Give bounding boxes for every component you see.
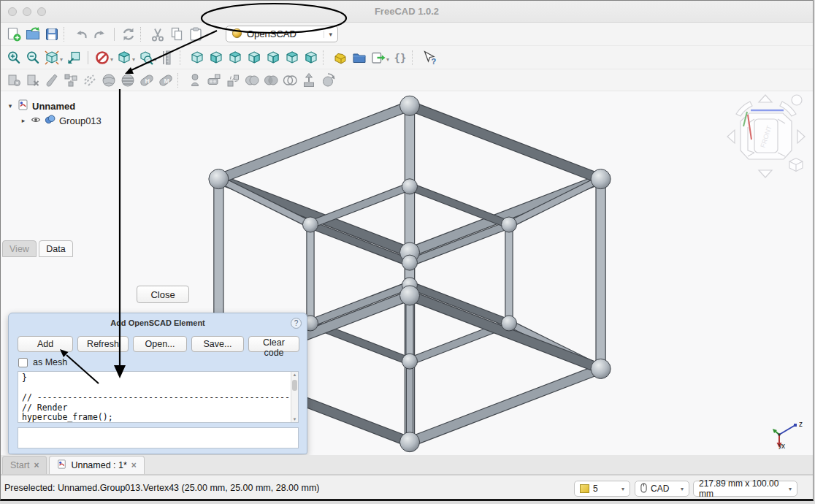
color-code-shape-icon[interactable] <box>99 72 118 89</box>
top-view-circle-button <box>792 95 802 105</box>
mirror-mesh-icon[interactable] <box>118 72 137 89</box>
revolve-icon[interactable] <box>318 72 337 89</box>
redo-icon[interactable] <box>91 26 110 43</box>
explode-group-icon[interactable] <box>223 72 242 89</box>
chevron-down-icon[interactable]: ▾ <box>60 56 63 63</box>
refresh-button[interactable]: Refresh <box>77 336 129 352</box>
tab-unnamed[interactable]: Unnamed : 1* × <box>49 456 144 474</box>
expand-arrow-icon[interactable]: ▾ <box>7 102 14 110</box>
chevron-down-icon[interactable]: ▾ <box>132 56 135 63</box>
close-tab-icon[interactable]: × <box>34 460 39 470</box>
paste-icon[interactable] <box>186 26 205 43</box>
zoom-box-icon[interactable] <box>137 49 156 66</box>
scale-mesh-icon[interactable] <box>185 72 204 89</box>
measure-icon[interactable] <box>158 49 177 66</box>
chevron-down-icon[interactable]: ▾ <box>110 56 113 63</box>
save-document-icon[interactable] <box>42 26 61 43</box>
scroll-down-icon[interactable]: ▼ <box>291 417 298 421</box>
render-quality-selector[interactable]: 5 ▾ <box>574 481 630 497</box>
view-axonometric-icon[interactable] <box>188 49 207 66</box>
axis-x-label: x <box>781 442 785 449</box>
dimension-selector[interactable]: 217.89 mm x 100.00 mm ▾ <box>693 481 797 497</box>
close-task-button[interactable]: Close <box>137 286 189 303</box>
view-front-icon[interactable] <box>207 49 226 66</box>
increase-tolerance-icon[interactable] <box>80 72 99 89</box>
open-document-icon[interactable] <box>23 26 42 43</box>
refresh-icon[interactable] <box>119 26 138 43</box>
save-button[interactable]: Save... <box>191 336 244 352</box>
zoom-selection-icon[interactable] <box>64 49 83 66</box>
fit-all-icon[interactable] <box>42 49 61 66</box>
tab-data[interactable]: Data <box>39 240 72 257</box>
hull-icon[interactable]: H <box>137 72 156 89</box>
help-button[interactable]: ? <box>291 318 302 329</box>
add-button[interactable]: Add <box>18 336 73 352</box>
zoom-in-icon[interactable] <box>4 49 23 66</box>
3d-viewport[interactable]: FRONT z x y ▾ Unnamed <box>1 91 813 455</box>
view-right-icon[interactable] <box>245 49 264 66</box>
chevron-down-icon[interactable]: ▾ <box>154 56 157 63</box>
model-tree: ▾ Unnamed ▸ Group013 <box>1 99 147 128</box>
extrude-icon[interactable] <box>299 72 318 89</box>
boolean-intersection-icon[interactable] <box>261 72 280 89</box>
secondary-text-area[interactable] <box>18 427 299 448</box>
combo-view-tabs: View Data <box>2 240 73 257</box>
editor-scrollbar[interactable]: ▲ ▼ <box>291 372 298 422</box>
expand-placements-icon[interactable] <box>61 72 80 89</box>
boolean-union-icon[interactable] <box>242 72 261 89</box>
code-line: hypercube_frame(); <box>22 413 294 423</box>
edit-parameters-icon[interactable]: {} <box>391 49 410 66</box>
zoom-out-icon[interactable] <box>23 49 42 66</box>
axis-z-label: z <box>799 420 803 428</box>
view-top-icon[interactable] <box>226 49 245 66</box>
part-workbench-icon[interactable] <box>331 49 350 66</box>
resize-mesh-icon[interactable] <box>204 72 223 89</box>
tab-view[interactable]: View <box>2 240 37 257</box>
scroll-up-icon[interactable]: ▲ <box>291 373 298 377</box>
refine-shape-icon[interactable] <box>42 72 61 89</box>
open-button[interactable]: Open... <box>133 336 187 352</box>
view-left-icon[interactable] <box>302 49 321 66</box>
close-tab-icon[interactable]: × <box>131 460 137 470</box>
boolean-difference-icon[interactable] <box>280 72 299 89</box>
view-isometric-icon[interactable] <box>115 49 134 66</box>
code-editor[interactable]: } // -----------------------------------… <box>18 371 299 423</box>
cut-icon[interactable] <box>148 26 167 43</box>
navigation-style-value: CAD <box>651 484 669 494</box>
tab-unnamed-label: Unnamed : 1* <box>71 460 126 470</box>
chevron-down-icon[interactable]: ▾ <box>386 56 389 63</box>
scrollbar-thumb[interactable] <box>292 380 297 391</box>
document-icon <box>18 99 28 112</box>
whats-this-icon[interactable]: ? <box>420 49 439 66</box>
view-bottom-icon[interactable] <box>283 49 302 66</box>
mouse-icon <box>640 483 647 495</box>
copy-icon[interactable] <box>167 26 186 43</box>
minkowski-icon[interactable]: M <box>156 72 175 89</box>
group-folder-icon[interactable] <box>350 49 369 66</box>
collapse-arrow-icon[interactable]: ▸ <box>20 117 27 124</box>
as-mesh-checkbox[interactable] <box>18 358 28 367</box>
freecad-window: FreeCAD 1.0.2 OpenSCAD ▾ ▾▾▾▾▾{}? HM <box>0 0 814 501</box>
tree-item-group013[interactable]: ▸ Group013 <box>1 113 147 128</box>
dialog-button-row: Add Refresh Open... Save... Clear code <box>18 336 299 352</box>
undo-icon[interactable] <box>72 26 91 43</box>
draw-style-icon[interactable] <box>93 49 112 66</box>
tab-start[interactable]: Start × <box>2 456 47 474</box>
svg-text:{}: {} <box>394 52 407 64</box>
code-line: // Render <box>22 403 294 413</box>
clear-code-button[interactable]: Clear code <box>248 336 299 352</box>
remove-object-icon[interactable] <box>23 72 42 89</box>
view-toolbar: ▾▾▾▾▾{}? <box>1 46 813 69</box>
view-rear-icon[interactable] <box>264 49 283 66</box>
tree-item-document[interactable]: ▾ Unnamed <box>1 99 147 113</box>
export-icon[interactable] <box>369 49 388 66</box>
navigation-cube[interactable]: FRONT <box>725 93 807 180</box>
toolbar-separator <box>412 50 416 65</box>
replace-object-icon[interactable] <box>4 72 23 89</box>
svg-text:M: M <box>164 77 170 85</box>
navigation-style-selector[interactable]: CAD ▾ <box>635 481 689 497</box>
as-mesh-option: as Mesh <box>18 357 67 367</box>
new-document-icon[interactable] <box>4 26 23 43</box>
workbench-selector[interactable]: OpenSCAD ▾ <box>226 26 338 42</box>
chevron-down-icon: ▾ <box>621 486 624 492</box>
